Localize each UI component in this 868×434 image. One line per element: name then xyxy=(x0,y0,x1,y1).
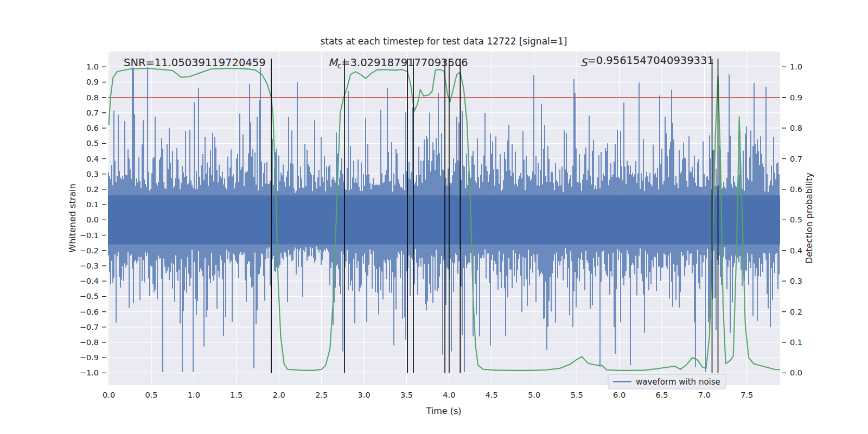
y-left-tick-label: 0.2 xyxy=(86,185,99,194)
y-left-tick-label: −1.0 xyxy=(80,368,99,377)
y-right-tick-label: 0.6 xyxy=(790,185,802,194)
legend-label: waveform with noise xyxy=(636,377,720,387)
y-left-tick-label: −0.9 xyxy=(80,353,99,362)
y-left-tick-label: −0.1 xyxy=(80,231,99,240)
annotation-chirp-mass: Mc=3.0291879177093506 xyxy=(328,56,468,70)
y-axis-label-left: Whitened strain xyxy=(67,183,78,252)
x-tick-label: 6.0 xyxy=(613,391,626,399)
y-left-tick-label: 0.8 xyxy=(86,93,99,102)
x-tick-label: 3.0 xyxy=(358,391,371,399)
y-right-tick-label: 0.0 xyxy=(790,368,802,377)
x-tick-label: 6.5 xyxy=(655,391,668,399)
stats-chart: SNR=11.05039119720459Mc=3.02918791770935… xyxy=(0,0,868,434)
y-left-tick-label: 0.7 xyxy=(86,108,99,117)
chart-title: stats at each timestep for test data 127… xyxy=(321,36,567,47)
x-tick-label: 1.5 xyxy=(230,391,242,399)
y-right-tick-label: 0.3 xyxy=(790,277,802,285)
y-left-tick-label: −0.5 xyxy=(80,292,99,301)
x-tick-label: 0.0 xyxy=(103,391,115,399)
y-left-tick-label: −0.3 xyxy=(80,261,99,270)
y-left-tick-label: 0.4 xyxy=(86,155,99,163)
annotation-significance: S=0.9561547040939331 xyxy=(580,54,714,69)
x-tick-label: 0.5 xyxy=(145,391,157,399)
x-tick-label: 4.5 xyxy=(486,391,498,399)
y-left-tick-label: −0.6 xyxy=(80,308,99,316)
y-left-tick-label: 1.0 xyxy=(86,62,99,71)
y-right-tick-label: 1.0 xyxy=(790,62,802,71)
y-left-tick-label: 0.3 xyxy=(86,170,99,178)
y-left-tick-label: 0.6 xyxy=(86,124,99,132)
x-tick-label: 1.0 xyxy=(188,391,200,399)
x-tick-label: 7.5 xyxy=(741,391,753,399)
y-right-tick-label: 0.2 xyxy=(790,308,802,316)
x-tick-label: 5.0 xyxy=(528,391,540,399)
y-left-tick-label: −0.7 xyxy=(80,323,99,331)
y-right-tick-label: 0.8 xyxy=(790,124,802,132)
legend: waveform with noise xyxy=(608,374,726,389)
y-left-tick-label: −0.8 xyxy=(80,338,99,347)
annotation-snr: SNR=11.05039119720459 xyxy=(124,56,266,69)
x-tick-label: 4.0 xyxy=(443,391,455,399)
x-tick-label: 5.5 xyxy=(571,391,583,399)
y-left-tick-label: 0.0 xyxy=(86,215,99,224)
y-right-tick-label: 0.1 xyxy=(790,338,802,347)
y-left-tick-label: 0.5 xyxy=(86,139,99,148)
x-tick-label: 2.5 xyxy=(315,391,328,399)
y-left-tick-label: 0.1 xyxy=(86,200,99,209)
x-axis-label: Time (s) xyxy=(425,406,461,416)
y-right-tick-label: 0.4 xyxy=(790,246,802,255)
y-right-tick-label: 0.5 xyxy=(790,215,802,224)
x-tick-label: 2.0 xyxy=(273,391,285,399)
x-tick-label: 7.0 xyxy=(698,391,711,399)
y-right-tick-label: 0.9 xyxy=(790,93,802,102)
y-axis-label-right: Detection probability xyxy=(804,173,814,264)
y-left-tick-label: −0.2 xyxy=(80,246,99,255)
y-left-tick-label: 0.9 xyxy=(86,78,99,86)
y-left-tick-label: −0.4 xyxy=(80,277,99,285)
x-tick-label: 3.5 xyxy=(400,391,413,399)
figure: SNR=11.05039119720459Mc=3.02918791770935… xyxy=(0,0,868,434)
y-right-tick-label: 0.7 xyxy=(790,155,802,163)
